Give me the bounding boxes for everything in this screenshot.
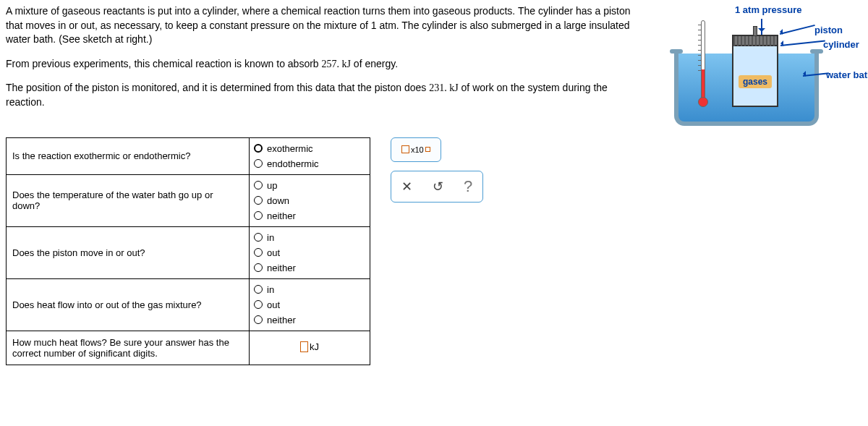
close-icon[interactable]: ✕ bbox=[401, 180, 412, 193]
label-piston: piston bbox=[814, 25, 843, 35]
p2a: From previous experiments, this chemical… bbox=[6, 58, 322, 69]
problem-p1-text: A mixture of gaseous reactants is put in… bbox=[6, 5, 631, 45]
reset-icon[interactable]: ↺ bbox=[433, 180, 443, 193]
cylinder-shape: gases bbox=[732, 35, 778, 107]
label-water-bath: water bath bbox=[826, 69, 868, 80]
callout-arrow-icon bbox=[777, 29, 783, 35]
q5-answer-input[interactable]: kJ bbox=[300, 341, 319, 352]
q4-opt2: neither bbox=[267, 315, 296, 325]
piston-shape bbox=[733, 36, 777, 46]
p2b: of energy. bbox=[351, 58, 398, 69]
table-row: Does the temperature of the water bath g… bbox=[7, 174, 370, 226]
q4-opt0: in bbox=[267, 284, 274, 295]
label-pressure: 1 atm pressure bbox=[735, 4, 802, 15]
q1-options: exothermic endothermic bbox=[250, 137, 370, 174]
q1-text: Is the reaction exothermic or endothermi… bbox=[7, 137, 250, 174]
q2-radio-up[interactable] bbox=[254, 181, 263, 189]
q2-opt1: down bbox=[267, 195, 289, 206]
q3-opt2: neither bbox=[267, 263, 296, 273]
q2-opt0: up bbox=[267, 180, 277, 191]
q3-radio-neither[interactable] bbox=[254, 263, 263, 272]
q1-opt0: exothermic bbox=[267, 143, 313, 154]
callout-line bbox=[780, 25, 815, 35]
sci-notation-box[interactable]: x10 bbox=[391, 137, 441, 162]
problem-paragraph-2: From previous experiments, this chemical… bbox=[6, 57, 642, 72]
q2-options: up down neither bbox=[250, 174, 370, 226]
piston-handle-shape bbox=[753, 26, 757, 36]
q2-opt2: neither bbox=[267, 210, 296, 221]
callout-arrow-icon bbox=[778, 41, 783, 46]
table-row: Does heat flow into or out of the gas mi… bbox=[7, 278, 370, 331]
exponent-placeholder-icon bbox=[425, 147, 430, 152]
apparatus-diagram: 1 atm pressure piston cylinder water bat… bbox=[658, 3, 859, 137]
q1-radio-endothermic[interactable] bbox=[254, 159, 263, 168]
p3a: The position of the piston is monitored,… bbox=[6, 82, 429, 93]
help-icon[interactable]: ? bbox=[464, 179, 472, 195]
q3-options: in out neither bbox=[250, 226, 370, 278]
thermometer-shape bbox=[699, 20, 707, 107]
q3-opt0: in bbox=[267, 232, 274, 243]
q1-opt1: endothermic bbox=[267, 158, 319, 169]
x10-label: x10 bbox=[411, 145, 424, 154]
q2-radio-neither[interactable] bbox=[254, 211, 263, 220]
answer-table: Is the reaction exothermic or endothermi… bbox=[6, 137, 370, 365]
q3-radio-out[interactable] bbox=[254, 248, 263, 257]
label-gases: gases bbox=[739, 75, 772, 88]
label-cylinder: cylinder bbox=[823, 39, 859, 50]
q4-text: Does heat flow into or out of the gas mi… bbox=[7, 278, 250, 331]
problem-paragraph-3: The position of the piston is monitored,… bbox=[6, 81, 642, 109]
q4-radio-neither[interactable] bbox=[254, 315, 263, 324]
q1-radio-exothermic[interactable] bbox=[254, 144, 263, 153]
q4-options: in out neither bbox=[250, 278, 370, 331]
p3-value: 231. kJ bbox=[429, 82, 458, 93]
q5-unit: kJ bbox=[310, 341, 319, 352]
problem-statement: A mixture of gaseous reactants is put in… bbox=[6, 4, 642, 110]
callout-arrow-icon bbox=[800, 71, 806, 77]
table-row: How much heat flows? Be sure your answer… bbox=[7, 331, 370, 365]
problem-paragraph-1: A mixture of gaseous reactants is put in… bbox=[6, 4, 642, 47]
q4-radio-in[interactable] bbox=[254, 285, 263, 294]
answer-placeholder-icon bbox=[300, 341, 308, 352]
action-box: ✕ ↺ ? bbox=[391, 171, 483, 203]
callout-line bbox=[780, 41, 825, 46]
q5-text: How much heat flows? Be sure your answer… bbox=[7, 331, 250, 365]
q5-input-cell: kJ bbox=[250, 331, 370, 365]
table-row: Does the piston move in or out? in out n… bbox=[7, 226, 370, 278]
q2-text: Does the temperature of the water bath g… bbox=[7, 174, 250, 226]
q2-radio-down[interactable] bbox=[254, 196, 263, 205]
q4-opt1: out bbox=[267, 299, 280, 310]
p2-value: 257. kJ bbox=[322, 59, 351, 69]
q4-radio-out[interactable] bbox=[254, 300, 263, 309]
pressure-arrow-icon bbox=[761, 19, 762, 35]
q3-text: Does the piston move in or out? bbox=[7, 226, 250, 278]
q3-opt1: out bbox=[267, 247, 280, 258]
toolbox: x10 ✕ ↺ ? bbox=[391, 137, 483, 203]
table-row: Is the reaction exothermic or endothermi… bbox=[7, 137, 370, 174]
mantissa-placeholder-icon bbox=[401, 145, 409, 153]
q3-radio-in[interactable] bbox=[254, 233, 263, 242]
